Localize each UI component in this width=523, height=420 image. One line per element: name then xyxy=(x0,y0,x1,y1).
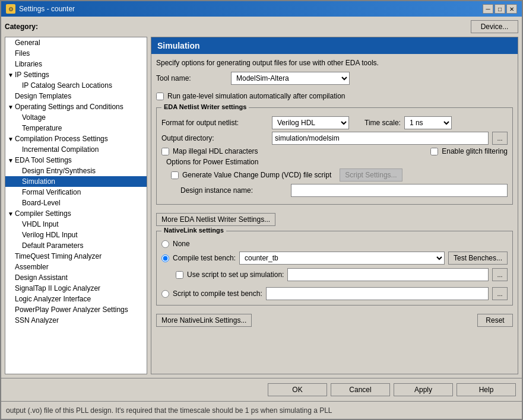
minimize-button[interactable]: ─ xyxy=(483,4,493,14)
tree-label-assembler: Assembler xyxy=(15,263,49,271)
generate-vcd-row: Generate Value Change Dump (VCD) file sc… xyxy=(171,168,508,182)
nativelink-title: NativeLink settings xyxy=(161,227,226,234)
tree-item-compiler-settings[interactable]: ▼Compiler Settings xyxy=(5,208,147,219)
tree-label-voltage: Voltage xyxy=(22,113,46,122)
output-dir-label: Output directory: xyxy=(161,134,268,142)
tree-item-compilation-process[interactable]: ▼Compilation Process Settings xyxy=(5,133,147,144)
script-compile-input[interactable] xyxy=(266,287,489,300)
format-select[interactable]: Verilog HDLVHDL xyxy=(272,116,349,129)
more-eda-button[interactable]: More EDA Netlist Writer Settings... xyxy=(156,213,275,226)
settings-window: ⚙ Settings - counter ─ □ ✕ Category: Dev… xyxy=(0,0,523,420)
design-instance-label: Design instance name: xyxy=(180,186,287,195)
status-text: output (.vo) file of this PLL design. It… xyxy=(6,406,332,415)
tree-item-logic-analyzer[interactable]: Logic Analyzer Interface xyxy=(5,294,147,304)
eda-netlist-title: EDA Netlist Writer settings xyxy=(161,103,249,110)
tree-item-formal-verify[interactable]: Formal Verification xyxy=(5,187,147,198)
enable-glitch-checkbox[interactable] xyxy=(430,148,438,155)
tree-toggle-operating-settings: ▼ xyxy=(8,104,15,110)
compile-tb-radio[interactable] xyxy=(161,254,169,262)
tool-name-select[interactable]: ModelSim-AlteraModelSimVCSVCS MXNC-SimAc… xyxy=(231,72,350,85)
tree-label-verilog-input: Verilog HDL Input xyxy=(22,231,78,239)
script-compile-row: Script to compile test bench: ... xyxy=(161,287,508,300)
tree-item-default-params[interactable]: Default Parameters xyxy=(5,240,147,251)
tree-item-verilog-input[interactable]: Verilog HDL Input xyxy=(5,230,147,240)
tree-item-assembler[interactable]: Assembler xyxy=(5,262,147,272)
maximize-button[interactable]: □ xyxy=(495,4,505,14)
tree-item-ip-settings[interactable]: ▼IP Settings xyxy=(5,69,147,80)
use-script-input[interactable] xyxy=(287,268,489,281)
use-script-browse[interactable]: ... xyxy=(492,268,508,281)
run-gate-row: Run gate-level simulation automatically … xyxy=(156,92,513,100)
status-bar: output (.vo) file of this PLL design. It… xyxy=(1,401,522,419)
script-settings-button[interactable]: Script Settings... xyxy=(340,168,402,182)
cancel-button[interactable]: Cancel xyxy=(331,383,390,396)
tree-item-design-templates[interactable]: Design Templates xyxy=(5,91,147,101)
ok-button[interactable]: OK xyxy=(268,383,327,396)
test-benches-button[interactable]: Test Benches... xyxy=(448,252,508,265)
tree-label-timequest: TimeQuest Timing Analyzer xyxy=(15,252,102,260)
tree-item-timequest[interactable]: TimeQuest Timing Analyzer xyxy=(5,251,147,262)
use-script-label: Use script to set up simulation: xyxy=(187,271,284,279)
right-panel: Simulation Specify options for generatin… xyxy=(151,37,518,374)
tree-item-general[interactable]: General xyxy=(5,37,147,48)
more-nativelink-button[interactable]: More NativeLink Settings... xyxy=(156,314,252,327)
tree-toggle-compilation-process: ▼ xyxy=(8,136,15,142)
tree-label-powerplay: PowerPlay Power Analyzer Settings xyxy=(15,306,128,314)
map-glitch-row: Map illegal HDL characters Enable glitch… xyxy=(161,147,508,155)
tree-item-signaltap[interactable]: SignalTap II Logic Analyzer xyxy=(5,283,147,294)
tree-label-default-params: Default Parameters xyxy=(22,241,83,250)
script-compile-radio[interactable] xyxy=(161,290,169,298)
tree-item-vhdl-input[interactable]: VHDL Input xyxy=(5,219,147,230)
tree-item-ssn[interactable]: SSN Analyzer xyxy=(5,315,147,326)
run-gate-checkbox[interactable] xyxy=(156,93,164,100)
enable-glitch-label: Enable glitch filtering xyxy=(442,147,508,155)
tree-item-operating-settings[interactable]: ▼Operating Settings and Conditions xyxy=(5,101,147,112)
tree-item-files[interactable]: Files xyxy=(5,48,147,59)
title-bar: ⚙ Settings - counter ─ □ ✕ xyxy=(1,1,522,17)
tree-toggle-eda-tool: ▼ xyxy=(8,157,15,164)
script-compile-browse[interactable]: ... xyxy=(492,287,508,300)
reset-button[interactable]: Reset xyxy=(477,314,513,327)
use-script-checkbox[interactable] xyxy=(176,271,183,279)
tree-label-incremental: Incremental Compilation xyxy=(22,145,99,154)
format-row: Format for output netlist: Verilog HDLVH… xyxy=(161,116,508,129)
category-label: Category: xyxy=(5,23,38,31)
apply-button[interactable]: Apply xyxy=(394,383,453,396)
generate-vcd-checkbox[interactable] xyxy=(171,171,179,179)
help-button[interactable]: Help xyxy=(457,383,516,396)
map-illegal-checkbox[interactable] xyxy=(161,148,169,155)
tree-item-design-assistant[interactable]: Design Assistant xyxy=(5,272,147,283)
tree-item-incremental[interactable]: Incremental Compilation xyxy=(5,144,147,155)
design-instance-input[interactable] xyxy=(291,184,508,197)
tree-item-temperature[interactable]: Temperature xyxy=(5,123,147,133)
tree-item-libraries[interactable]: Libraries xyxy=(5,59,147,69)
panels-row: GeneralFilesLibraries▼IP SettingsIP Cata… xyxy=(5,37,518,374)
settings-icon: ⚙ xyxy=(6,4,15,14)
tree-label-compilation-process: Compilation Process Settings xyxy=(15,135,108,143)
tree-label-ip-settings: IP Settings xyxy=(15,71,49,79)
output-dir-input[interactable]: simulation/modelsim xyxy=(272,132,489,145)
none-radio[interactable] xyxy=(161,240,169,248)
nativelink-section: None Compile test bench: counter_tb Test… xyxy=(161,240,508,300)
device-button[interactable]: Device... xyxy=(471,20,518,33)
timescale-select[interactable]: 1 ns10 ns100 ns1 ps10 ps100 ps xyxy=(404,116,452,129)
compile-tb-row: Compile test bench: counter_tb Test Benc… xyxy=(161,252,508,265)
tree-item-ip-catalog[interactable]: IP Catalog Search Locations xyxy=(5,80,147,91)
tree-toggle-compiler-settings: ▼ xyxy=(8,211,15,217)
tree-item-design-entry[interactable]: Design Entry/Synthesis xyxy=(5,166,147,176)
tool-name-row: Tool name: ModelSim-AlteraModelSimVCSVCS… xyxy=(156,72,513,85)
tree-item-board-level[interactable]: Board-Level xyxy=(5,198,147,208)
tree-label-board-level: Board-Level xyxy=(22,199,61,207)
close-button[interactable]: ✕ xyxy=(506,4,517,14)
tree-item-voltage[interactable]: Voltage xyxy=(5,112,147,123)
output-dir-browse[interactable]: ... xyxy=(492,132,508,145)
tree-item-powerplay[interactable]: PowerPlay Power Analyzer Settings xyxy=(5,304,147,315)
tree-item-simulation[interactable]: Simulation xyxy=(5,176,147,187)
category-tree: GeneralFilesLibraries▼IP SettingsIP Cata… xyxy=(5,37,147,374)
compile-tb-select[interactable]: counter_tb xyxy=(239,252,445,265)
timescale-label: Time scale: xyxy=(364,119,401,127)
tree-label-general: General xyxy=(15,39,40,47)
none-label: None xyxy=(173,240,190,248)
tree-label-ip-catalog: IP Catalog Search Locations xyxy=(22,81,112,90)
tree-item-eda-tool[interactable]: ▼EDA Tool Settings xyxy=(5,155,147,166)
